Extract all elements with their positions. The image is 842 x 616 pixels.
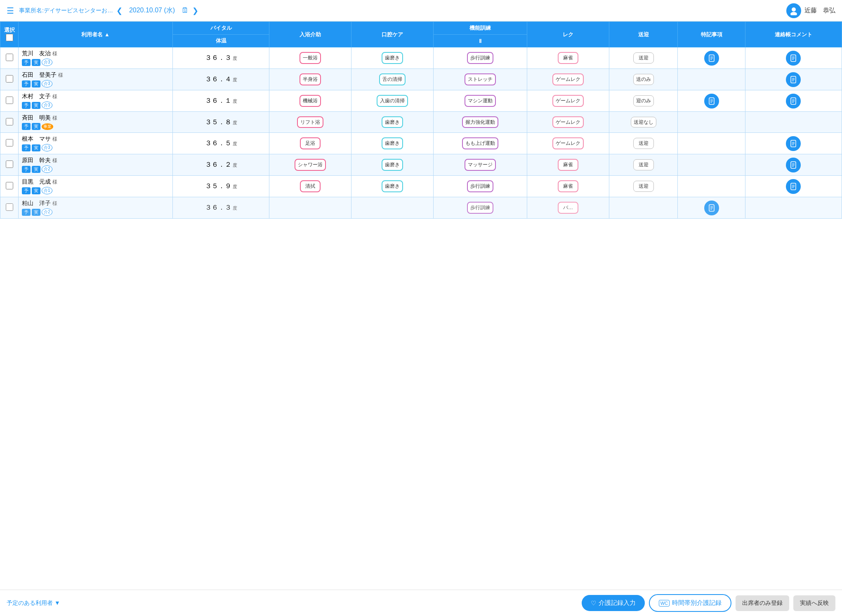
badge-level: 事業 xyxy=(42,123,53,130)
nyuyoku-cell: シャワー浴 xyxy=(269,154,351,176)
jikan-record-button[interactable]: WC 時間帯別介護記録 xyxy=(649,594,731,612)
shusseki-button[interactable]: 出席者のみ登録 xyxy=(736,595,789,611)
activity-button[interactable]: 歩行訓練 xyxy=(467,180,493,192)
activity-button[interactable]: 歯磨き xyxy=(382,116,403,128)
activity-button[interactable]: もも上げ運動 xyxy=(462,137,498,149)
activity-button[interactable]: リフト浴 xyxy=(297,116,323,128)
activity-button[interactable]: ゲームレク xyxy=(552,116,584,128)
temperature-cell: ３５．９ 度 xyxy=(173,176,269,197)
col-kouku: 口腔ケア xyxy=(351,22,434,47)
activity-button[interactable]: 麻雀 xyxy=(558,159,578,171)
row-checkbox[interactable] xyxy=(6,203,13,211)
facility-name[interactable]: 事業所名:デイサービスセンターお… xyxy=(19,7,113,14)
renraku-doc-button[interactable] xyxy=(786,51,801,66)
col-rec: レク xyxy=(527,22,609,47)
badge-jitsu: 実 xyxy=(32,102,40,109)
activity-button[interactable]: 送迎 xyxy=(633,138,654,149)
kino-cell: マッサージ xyxy=(434,154,527,176)
table-row: 目黒 元成様予実介1３５．９ 度清拭歯磨き歩行訓練麻雀送迎 xyxy=(0,176,842,197)
activity-button[interactable]: 送迎なし xyxy=(631,117,656,128)
tokki-doc-button[interactable] xyxy=(704,201,719,215)
renraku-doc-button[interactable] xyxy=(786,94,801,109)
renraku-cell xyxy=(745,176,842,197)
temp-unit: 度 xyxy=(231,56,237,61)
activity-button[interactable]: 歯磨き xyxy=(382,159,403,171)
calendar-icon[interactable]: 🗓 xyxy=(182,6,189,15)
tokki-doc-button[interactable] xyxy=(704,51,719,66)
activity-button[interactable]: 麻雀 xyxy=(558,52,578,64)
activity-button[interactable]: 送のみ xyxy=(633,74,654,85)
activity-button[interactable]: ゲームレク xyxy=(552,137,584,149)
activity-button[interactable]: 清拭 xyxy=(300,180,321,192)
activity-button[interactable]: バ… xyxy=(558,202,578,214)
rec-cell: バ… xyxy=(527,197,609,219)
activity-button[interactable]: 足浴 xyxy=(300,137,321,149)
sougei-cell: 送迎 xyxy=(609,154,678,176)
scheduled-users-label[interactable]: 予定のある利用者 ▼ xyxy=(7,599,60,607)
kino-cell: マシン運動 xyxy=(434,90,527,112)
col-vital: バイタル xyxy=(173,22,269,35)
user-section: 近藤 恭弘 xyxy=(786,3,835,18)
temperature-value: ３６．２ xyxy=(205,161,231,168)
activity-button[interactable]: 送迎 xyxy=(633,52,654,64)
activity-button[interactable]: ゲームレク xyxy=(552,95,584,107)
activity-button[interactable]: 歯磨き xyxy=(382,137,403,149)
name-cell: 木村 文子様予実介3 xyxy=(19,90,173,112)
temp-unit: 度 xyxy=(231,163,237,168)
row-checkbox[interactable] xyxy=(6,182,13,189)
activity-button[interactable]: 舌の清掃 xyxy=(379,73,406,85)
jisseki-button[interactable]: 実績へ反映 xyxy=(793,595,835,611)
activity-button[interactable]: 麻雀 xyxy=(558,180,578,192)
scheduled-users-dropdown[interactable]: 予定のある利用者 ▼ xyxy=(7,599,60,607)
activity-button[interactable]: 送迎 xyxy=(633,159,654,170)
select-all-checkbox[interactable] xyxy=(6,34,13,41)
svg-point-1 xyxy=(790,12,797,15)
kaigo-record-button[interactable]: ♡ 介護記録入力 xyxy=(582,595,645,611)
activity-button[interactable]: 握力強化運動 xyxy=(462,116,498,128)
activity-button[interactable]: 歯磨き xyxy=(382,52,403,64)
activity-button[interactable]: 歩行訓練 xyxy=(467,202,493,214)
activity-button[interactable]: マッサージ xyxy=(465,159,496,171)
sougei-cell: 送のみ xyxy=(609,69,678,90)
temp-unit: 度 xyxy=(231,205,237,210)
renraku-doc-button[interactable] xyxy=(786,136,801,151)
activity-button[interactable]: 送迎 xyxy=(633,181,654,192)
activity-button[interactable]: 一般浴 xyxy=(300,52,321,64)
activity-button[interactable]: ゲームレク xyxy=(552,73,584,85)
activity-button[interactable]: 入歯の清掃 xyxy=(377,95,408,107)
row-checkbox[interactable] xyxy=(6,139,13,146)
renraku-cell xyxy=(745,112,842,133)
header: ☰ 事業所名:デイサービスセンターお… ❮ 2020.10.07 (水) 🗓 ❯… xyxy=(0,0,842,21)
badge-yo: 予 xyxy=(22,123,31,130)
activity-button[interactable]: 歩行訓練 xyxy=(467,52,493,64)
renraku-doc-button[interactable] xyxy=(786,158,801,172)
activity-button[interactable]: 迎のみ xyxy=(633,95,654,106)
renraku-doc-button[interactable] xyxy=(786,72,801,87)
activity-button[interactable]: シャワー浴 xyxy=(295,159,326,171)
row-checkbox[interactable] xyxy=(6,54,13,61)
activity-button[interactable]: 機械浴 xyxy=(300,95,321,107)
activity-button[interactable]: ストレッチ xyxy=(465,73,496,85)
row-checkbox[interactable] xyxy=(6,97,13,104)
badge-jitsu: 実 xyxy=(32,166,40,173)
temperature-cell: ３６．１ 度 xyxy=(173,90,269,112)
rec-cell: 麻雀 xyxy=(527,154,609,176)
row-checkbox[interactable] xyxy=(6,75,13,83)
badge-level: 介1 xyxy=(42,187,52,194)
rec-cell: 麻雀 xyxy=(527,176,609,197)
records-table: 選択 利用者名 ▲ バイタル 入浴介助 口腔ケア xyxy=(0,21,842,219)
kino-cell: もも上げ運動 xyxy=(434,133,527,154)
renraku-cell xyxy=(745,133,842,154)
prev-date-button[interactable]: ❮ xyxy=(116,6,123,15)
next-date-button[interactable]: ❯ xyxy=(192,6,198,15)
row-checkbox[interactable] xyxy=(6,160,13,168)
activity-button[interactable]: 半身浴 xyxy=(300,73,321,85)
row-checkbox[interactable] xyxy=(6,118,13,125)
renraku-doc-button[interactable] xyxy=(786,179,801,194)
tokki-doc-button[interactable] xyxy=(704,94,719,109)
name-cell: 粕山 洋子様予実介2 xyxy=(19,197,173,219)
activity-button[interactable]: 歯磨き xyxy=(382,180,403,192)
temp-unit: 度 xyxy=(231,141,237,146)
activity-button[interactable]: マシン運動 xyxy=(465,95,496,107)
menu-icon[interactable]: ☰ xyxy=(7,6,14,16)
